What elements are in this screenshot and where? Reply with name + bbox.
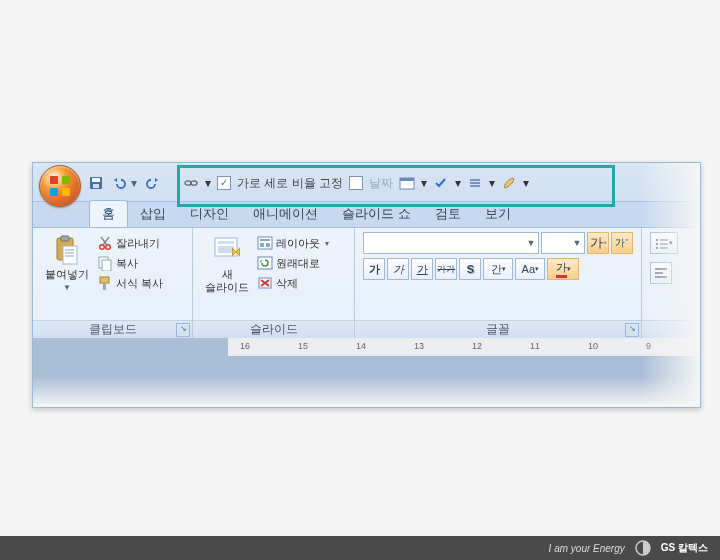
layout-label: 레이아웃: [276, 236, 320, 251]
aspect-lock-checkbox[interactable]: ✓: [217, 176, 231, 190]
svg-point-4: [191, 181, 197, 185]
ribbon-tabs: 홈 삽입 디자인 애니메이션 슬라이드 쇼 검토 보기: [33, 201, 700, 228]
group-label-paragraph: [642, 320, 700, 338]
svg-rect-30: [260, 243, 264, 247]
bold-button[interactable]: 가: [363, 258, 385, 280]
tab-design[interactable]: 디자인: [178, 201, 241, 228]
quick-access-toolbar-custom: ▾ ✓ 가로 세로 비율 고정 날짜 ▾ ▾ ▾ ▾: [183, 173, 529, 193]
svg-rect-1: [92, 178, 100, 182]
strikethrough-button[interactable]: 가가: [435, 258, 457, 280]
font-family-combo[interactable]: ▼: [363, 232, 539, 254]
layout-button[interactable]: 레이아웃▾: [255, 234, 331, 252]
new-slide-button[interactable]: 새 슬라이드: [201, 232, 253, 296]
footer-slogan: I am your Energy: [549, 543, 625, 554]
redo-icon[interactable]: [145, 174, 163, 192]
ribbon: 붙여넣기 ▼ 잘라내기 복사 서식 복사: [33, 227, 700, 339]
undo-dropdown-icon[interactable]: ▾: [131, 176, 141, 190]
paste-dropdown-icon[interactable]: ▼: [63, 283, 71, 292]
cut-button[interactable]: 잘라내기: [95, 234, 165, 252]
chain-dropdown-icon[interactable]: ▾: [205, 176, 211, 190]
date-label: 날짜: [369, 175, 393, 192]
ruler-tick: 9: [646, 341, 651, 351]
svg-point-37: [656, 243, 658, 245]
svg-rect-26: [218, 246, 234, 253]
svg-rect-23: [103, 283, 106, 290]
clipboard-launcher-icon[interactable]: ↘: [176, 323, 190, 337]
reset-button[interactable]: 원래대로: [255, 254, 331, 272]
font-launcher-icon[interactable]: ↘: [625, 323, 639, 337]
italic-button[interactable]: 가: [387, 258, 409, 280]
quick-access-toolbar-left: ▾: [87, 173, 163, 193]
delete-slide-button[interactable]: 삭제: [255, 274, 331, 292]
layout-icon: [257, 235, 273, 251]
qat-more-dropdown-icon[interactable]: ▾: [523, 176, 529, 190]
format-painter-icon: [97, 275, 113, 291]
svg-point-38: [656, 247, 658, 249]
change-case-button[interactable]: Aa▾: [515, 258, 545, 280]
reset-label: 원래대로: [276, 256, 320, 271]
tab-view[interactable]: 보기: [473, 201, 523, 228]
underline-button[interactable]: 가: [411, 258, 433, 280]
svg-rect-25: [218, 241, 234, 244]
group-label-clipboard: 클립보드↘: [33, 320, 192, 338]
tab-home[interactable]: 홈: [89, 200, 128, 228]
delete-label: 삭제: [276, 276, 298, 291]
list-icon[interactable]: [467, 176, 483, 190]
calendar-dropdown-icon[interactable]: ▾: [421, 176, 427, 190]
svg-rect-29: [260, 239, 270, 241]
font-size-combo[interactable]: ▼: [541, 232, 585, 254]
paste-icon: [51, 234, 83, 266]
tab-insert[interactable]: 삽입: [128, 201, 178, 228]
calendar-icon[interactable]: [399, 176, 415, 190]
paste-button[interactable]: 붙여넣기 ▼: [41, 232, 93, 294]
slide-edit-area: 161514131211109: [33, 338, 700, 407]
list-dropdown-icon[interactable]: ▾: [489, 176, 495, 190]
svg-rect-21: [102, 260, 111, 271]
check-dropdown-icon[interactable]: ▾: [455, 176, 461, 190]
shrink-font-button[interactable]: 가˅: [611, 232, 633, 254]
grow-font-button[interactable]: 가^: [587, 232, 609, 254]
ruler-tick: 11: [530, 341, 540, 351]
svg-point-17: [106, 245, 111, 250]
horizontal-ruler: 161514131211109: [228, 338, 700, 357]
text-shadow-button[interactable]: S: [459, 258, 481, 280]
svg-rect-31: [266, 243, 270, 247]
bullets-button[interactable]: ▾: [650, 232, 678, 254]
group-slides: 새 슬라이드 레이아웃▾ 원래대로 삭제: [193, 228, 355, 338]
group-label-slides: 슬라이드: [193, 320, 354, 338]
group-label-font: 글꼴↘: [355, 320, 641, 338]
new-slide-icon: [211, 234, 243, 266]
title-bar: ▾ ▾ ✓ 가로 세로 비율 고정 날짜 ▾ ▾ ▾ ▾: [33, 163, 700, 202]
check-icon[interactable]: [433, 176, 449, 190]
delete-icon: [257, 275, 273, 291]
svg-rect-32: [258, 257, 272, 269]
font-color-button[interactable]: 가▾: [547, 258, 579, 280]
copy-button[interactable]: 복사: [95, 254, 165, 272]
office-button[interactable]: [39, 165, 81, 207]
align-left-button[interactable]: [650, 262, 672, 284]
tab-animation[interactable]: 애니메이션: [241, 201, 330, 228]
save-icon[interactable]: [87, 174, 105, 192]
group-font: ▼ ▼ 가^ 가˅ 가 가 가 가가 S 간▾ Aa▾ 가▾ 글꼴↘: [355, 228, 642, 338]
svg-rect-12: [63, 246, 77, 264]
group-paragraph-fragment: ▾: [642, 228, 700, 338]
date-checkbox[interactable]: [349, 176, 363, 190]
ruler-tick: 15: [298, 341, 308, 351]
copy-icon: [97, 255, 113, 271]
ruler-tick: 14: [356, 341, 366, 351]
ruler-tick: 12: [472, 341, 482, 351]
chain-icon[interactable]: [183, 176, 199, 190]
tab-slideshow[interactable]: 슬라이드 쇼: [330, 201, 423, 228]
char-spacing-button[interactable]: 간▾: [483, 258, 513, 280]
ruler-tick: 13: [414, 341, 424, 351]
paste-label: 붙여넣기: [45, 268, 89, 281]
format-painter-button[interactable]: 서식 복사: [95, 274, 165, 292]
svg-rect-6: [400, 178, 414, 181]
undo-icon[interactable]: [109, 174, 127, 192]
svg-rect-22: [100, 277, 109, 283]
brush-icon[interactable]: [501, 175, 517, 191]
svg-point-36: [656, 239, 658, 241]
tab-review[interactable]: 검토: [423, 201, 473, 228]
gs-logo-icon: [635, 540, 651, 556]
ruler-tick: 16: [240, 341, 250, 351]
